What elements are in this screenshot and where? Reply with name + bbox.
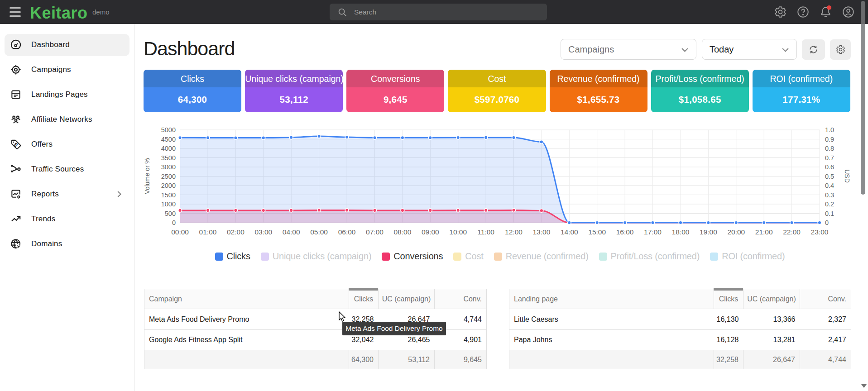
svg-text:5000: 5000 [161, 126, 176, 134]
svg-text:18:00: 18:00 [672, 228, 690, 236]
svg-text:07:00: 07:00 [366, 228, 384, 236]
svg-text:0.7: 0.7 [825, 154, 834, 162]
svg-text:3000: 3000 [161, 163, 176, 171]
svg-text:00:00: 00:00 [171, 228, 189, 236]
svg-text:05:00: 05:00 [310, 228, 328, 236]
svg-text:09:00: 09:00 [422, 228, 439, 236]
svg-text:0.4: 0.4 [825, 182, 834, 189]
svg-text:1000: 1000 [161, 200, 176, 208]
svg-text:03:00: 03:00 [254, 228, 272, 236]
svg-text:04:00: 04:00 [283, 228, 300, 236]
svg-text:2000: 2000 [161, 182, 176, 189]
svg-text:1.0: 1.0 [825, 126, 834, 134]
svg-text:16:00: 16:00 [616, 228, 634, 236]
svg-text:15:00: 15:00 [588, 228, 606, 236]
svg-text:0.8: 0.8 [825, 145, 834, 152]
svg-text:13:00: 13:00 [533, 228, 551, 236]
svg-text:19:00: 19:00 [700, 228, 717, 236]
svg-text:4500: 4500 [161, 136, 176, 143]
svg-text:06:00: 06:00 [338, 228, 356, 236]
svg-text:0.6: 0.6 [825, 163, 834, 171]
svg-text:21:00: 21:00 [755, 228, 773, 236]
svg-text:0.5: 0.5 [825, 173, 834, 180]
svg-text:14:00: 14:00 [561, 228, 578, 236]
svg-text:0.2: 0.2 [825, 200, 834, 208]
svg-text:3500: 3500 [161, 154, 176, 162]
svg-text:23:00: 23:00 [811, 228, 829, 236]
svg-text:17:00: 17:00 [644, 228, 662, 236]
svg-text:01:00: 01:00 [199, 228, 217, 236]
svg-text:0.9: 0.9 [825, 136, 834, 143]
svg-text:11:00: 11:00 [477, 228, 494, 236]
svg-text:08:00: 08:00 [394, 228, 412, 236]
svg-text:0: 0 [172, 219, 176, 226]
svg-text:02:00: 02:00 [227, 228, 245, 236]
svg-text:1500: 1500 [161, 191, 176, 199]
svg-text:0.1: 0.1 [825, 210, 834, 217]
svg-text:12:00: 12:00 [505, 228, 523, 236]
svg-text:Volume or %: Volume or % [144, 158, 151, 194]
svg-text:20:00: 20:00 [727, 228, 745, 236]
svg-text:USD: USD [844, 169, 851, 183]
svg-text:22:00: 22:00 [783, 228, 801, 236]
svg-text:500: 500 [165, 210, 176, 217]
svg-text:0: 0 [825, 219, 829, 226]
svg-text:4000: 4000 [161, 145, 176, 152]
svg-text:10:00: 10:00 [449, 228, 467, 236]
svg-text:2500: 2500 [161, 173, 176, 180]
svg-text:0.3: 0.3 [825, 191, 834, 199]
